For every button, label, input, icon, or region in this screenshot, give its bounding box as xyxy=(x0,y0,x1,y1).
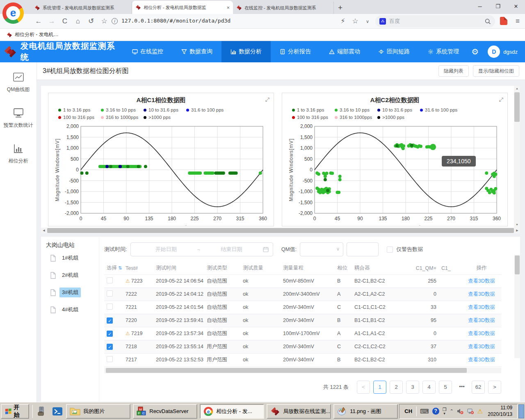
page-button-3[interactable]: 3 xyxy=(406,381,419,394)
taskbar-button-我的图片[interactable]: 我的图片 xyxy=(66,404,130,419)
taskbar-button-RecvDataServer[interactable]: MFCRecvDataServer xyxy=(133,404,197,419)
column-header-Test#[interactable]: Test# xyxy=(123,262,153,274)
view-3d-link[interactable]: 查看3D数据 xyxy=(468,357,495,363)
nav-item-数据分析[interactable]: 数据分析 xyxy=(221,41,271,62)
tree-item-3#机组[interactable]: 3#机组 xyxy=(50,288,99,297)
computer-tools-icon[interactable] xyxy=(36,405,48,418)
search-icon[interactable] xyxy=(485,18,491,25)
row-checkbox[interactable]: ✓ xyxy=(107,331,113,337)
warning-only-checkbox[interactable] xyxy=(387,247,393,253)
minimize-button[interactable]: ─ xyxy=(471,0,489,14)
avatar[interactable]: D xyxy=(488,46,500,58)
legend-item[interactable]: >1000 pps xyxy=(144,115,186,120)
clock[interactable]: 11:092020/10/13 xyxy=(488,405,512,418)
new-tab-button[interactable]: + xyxy=(338,3,342,12)
help-icon[interactable]: ? xyxy=(432,408,439,415)
page-button-•••[interactable]: ••• xyxy=(455,381,468,394)
row-checkbox[interactable] xyxy=(107,304,113,310)
tree-item-2#机组[interactable]: 2#机组 xyxy=(50,270,99,280)
date-range-input[interactable]: 开始日期 ~ 结束日期 xyxy=(130,242,273,256)
tab-close-icon[interactable]: × xyxy=(226,5,230,11)
gear-icon[interactable]: ⚙ xyxy=(471,47,479,57)
nav-item-分析报告[interactable]: 分析报告 xyxy=(271,41,320,62)
legend-item[interactable]: 1 to 3.16 pps xyxy=(58,107,101,112)
browser-tab-1[interactable]: 系统管理 - 发电机组局放数据监测系 xyxy=(31,2,132,14)
column-header-操作[interactable]: 操作 xyxy=(462,262,501,274)
hide-list-button[interactable]: 隐藏列表 xyxy=(438,65,469,77)
sidebar-item-预警次数统计[interactable]: 预警次数统计 xyxy=(0,108,37,129)
site-info-icon[interactable]: i xyxy=(112,18,118,24)
warning-tray-icon[interactable]: ⚠ xyxy=(477,408,483,415)
charts-vertical-scrollbar[interactable]: ▲▼ xyxy=(514,86,520,228)
window-switch-icon[interactable]: ❐▾ xyxy=(443,407,447,415)
filter-sort-icon[interactable]: ⇅ xyxy=(118,265,122,270)
sidebar-item-相位分析[interactable]: 相位分析 xyxy=(0,144,37,164)
row-checkbox[interactable] xyxy=(107,277,113,283)
row-checkbox[interactable]: ✓ xyxy=(107,344,113,350)
view-3d-link[interactable]: 查看3D数据 xyxy=(468,317,495,323)
row-checkbox[interactable]: ✓ xyxy=(107,317,113,324)
legend-item[interactable]: 31.6 to 100 pps xyxy=(186,107,229,112)
legend-item[interactable]: 316 to 1000pps xyxy=(335,115,377,120)
nav-item-匝间短路[interactable]: 匝间短路 xyxy=(369,41,419,62)
page-button-4[interactable]: 4 xyxy=(422,381,436,394)
language-indicator[interactable]: CH xyxy=(404,408,412,414)
chevron-down-icon[interactable]: ∨ xyxy=(362,16,373,27)
favorite-star-icon[interactable]: ☆ xyxy=(349,16,361,27)
expand-icon[interactable]: ⤢ xyxy=(499,96,503,103)
nav-item-数据查询[interactable]: 数据查询 xyxy=(172,41,221,62)
back-icon[interactable]: ← xyxy=(33,16,44,27)
legend-item[interactable]: 100 to 316 pps xyxy=(58,115,101,120)
row-checkbox[interactable] xyxy=(107,356,113,362)
undo-icon[interactable]: ↺ xyxy=(85,16,97,27)
view-3d-link[interactable]: 查看3D数据 xyxy=(468,278,495,284)
url-field[interactable]: 127.0.0.1:8080/#/monitor/data/pd3d xyxy=(121,18,231,24)
legend-item[interactable]: 3.16 to 10 pps xyxy=(335,107,377,112)
page-button-5[interactable]: 5 xyxy=(439,381,452,394)
view-3d-link[interactable]: 查看3D数据 xyxy=(468,344,495,349)
keyboard-icon[interactable]: ⌨ xyxy=(420,408,429,415)
nav-item-端部震动[interactable]: 端部震动 xyxy=(320,41,369,62)
flash-icon[interactable]: ⚡ xyxy=(337,16,349,27)
column-header-C1_[interactable]: C1_ xyxy=(439,262,462,274)
extension-icon[interactable] xyxy=(500,17,507,25)
start-button[interactable]: 开始 xyxy=(1,404,29,419)
close-button[interactable]: ✕ xyxy=(507,0,525,14)
column-header-选择[interactable]: 选择⇅ xyxy=(104,262,123,274)
charts-horizontal-scrollbar[interactable]: ◀▶ xyxy=(41,228,520,233)
reload-icon[interactable]: C xyxy=(59,16,71,27)
taskbar-button-11.png - 画图[interactable]: 11.png - 画图 xyxy=(333,404,398,419)
search-box[interactable]: ⁂ 百度 xyxy=(375,15,495,27)
tree-item-4#机组[interactable]: 4#机组 xyxy=(50,305,99,315)
bookmark-item[interactable]: 相位分析 - 发电机… xyxy=(15,31,59,38)
bookmark-star-icon[interactable]: ☆ xyxy=(98,16,110,27)
next-page-button[interactable]: > xyxy=(488,381,501,394)
menu-icon[interactable]: ≡ xyxy=(512,16,523,27)
view-3d-link[interactable]: 查看3D数据 xyxy=(468,291,495,297)
maximize-button[interactable]: ❐ xyxy=(489,0,507,14)
nav-item-系统管理[interactable]: 系统管理 xyxy=(419,41,468,62)
legend-item[interactable]: 3.16 to 10 pps xyxy=(101,107,144,112)
row-checkbox[interactable] xyxy=(107,290,113,297)
volume-muted-icon[interactable] xyxy=(457,408,464,414)
browser-tab-3[interactable]: 在线监控 - 发电机组局放数据监测系 xyxy=(233,2,334,14)
column-header-测量量程[interactable]: 测量量程 xyxy=(281,262,335,274)
qm-select[interactable]: ∨ xyxy=(300,242,343,256)
browser-tab-2[interactable]: 相位分析 - 发电机组局放数据监× xyxy=(132,1,233,14)
legend-item[interactable]: 100 to 316 pps xyxy=(292,115,335,120)
prev-page-button[interactable]: < xyxy=(357,381,370,394)
page-button-2[interactable]: 2 xyxy=(390,381,403,394)
column-header-测试质量[interactable]: 测试质量 xyxy=(240,262,281,274)
toggle-phase-chart-button[interactable]: 显示/隐藏相位图 xyxy=(473,65,519,77)
taskbar-button-局放数据在线监测...[interactable]: 局放数据在线监测... xyxy=(267,404,331,419)
legend-item[interactable]: 31.6 to 100 pps xyxy=(420,107,463,112)
legend-item[interactable]: 10 to 31.6 pps xyxy=(377,107,420,112)
scatter-plot[interactable]: 045901351802252703153602,0001,5001,00050… xyxy=(54,123,269,226)
table-horizontal-scrollbar[interactable] xyxy=(104,368,501,373)
column-header-相位[interactable]: 相位 xyxy=(335,262,352,274)
page-button-1[interactable]: 1 xyxy=(373,381,386,394)
column-header-测试类型[interactable]: 测试类型 xyxy=(204,262,240,274)
show-desktop-button[interactable] xyxy=(518,404,524,418)
sidebar-item-QM曲线图[interactable]: QM曲线图 xyxy=(0,72,37,93)
tree-item-1#机组[interactable]: 1#机组 xyxy=(50,253,99,263)
